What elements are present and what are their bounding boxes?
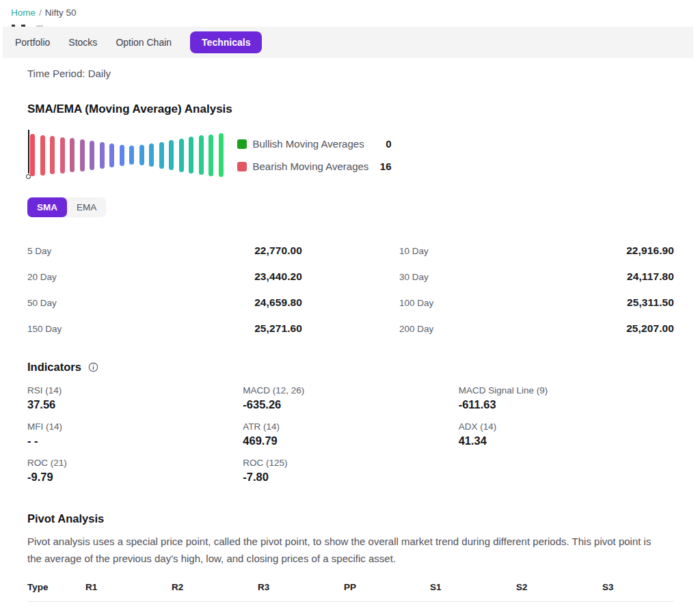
pivot-cell: 22,559.32 bbox=[344, 602, 430, 610]
breadcrumb-separator: / bbox=[39, 8, 42, 18]
pivot-description: Pivot analysis uses a special price poin… bbox=[27, 533, 660, 567]
gauge-bar bbox=[169, 140, 174, 170]
ema-toggle-button[interactable]: EMA bbox=[67, 197, 106, 217]
indicator-value: 37.56 bbox=[27, 398, 243, 411]
pivot-cell: 23,535.83 bbox=[258, 602, 344, 610]
gauge-needle bbox=[28, 130, 29, 174]
sma-toggle-button[interactable]: SMA bbox=[27, 197, 67, 217]
clipped-content-artifact bbox=[36, 25, 43, 27]
gauge-bar bbox=[30, 134, 35, 176]
ma-value: 24,117.80 bbox=[627, 271, 674, 283]
ma-row-5-day: 5 Day 22,770.00 bbox=[27, 238, 302, 264]
tab-stocks[interactable]: Stocks bbox=[68, 31, 97, 53]
pivot-header-r3: R3 bbox=[258, 582, 344, 602]
indicator-value: -7.80 bbox=[243, 471, 458, 484]
indicators-header: Indicators bbox=[27, 361, 674, 374]
pivot-header-s2: S2 bbox=[516, 582, 602, 602]
ma-value: 24,659.80 bbox=[254, 296, 302, 309]
indicator-value: -611.63 bbox=[459, 398, 674, 411]
gauge-bar bbox=[40, 135, 45, 176]
indicator-macd-signal: MACD Signal Line (9) -611.63 bbox=[459, 385, 674, 411]
indicator-mfi: MFI (14) - - bbox=[27, 421, 243, 447]
pivot-cell: Classic bbox=[27, 602, 85, 610]
indicator-value: -635.26 bbox=[243, 398, 458, 411]
indicator-rsi: RSI (14) 37.56 bbox=[27, 385, 243, 411]
ma-row-20-day: 20 Day 23,440.20 bbox=[27, 264, 302, 290]
gauge-bar bbox=[149, 143, 154, 167]
gauge-bar bbox=[80, 139, 85, 171]
pivot-row-classic: Classic 22,936.08 23,159.07 23,535.83 22… bbox=[27, 602, 674, 610]
bullish-legend-label: Bullish Moving Averages bbox=[253, 138, 373, 150]
bearish-swatch bbox=[237, 162, 247, 171]
time-period-label: Time Period: Daily bbox=[27, 68, 674, 79]
legend-row-bearish: Bearish Moving Averages 16 bbox=[237, 161, 392, 172]
bullish-swatch bbox=[237, 139, 247, 149]
gauge-bar bbox=[189, 137, 193, 174]
gauge-bar bbox=[50, 136, 55, 174]
info-icon[interactable] bbox=[88, 362, 98, 372]
clipped-content-artifact bbox=[21, 25, 25, 27]
breadcrumb-current: Nifty 50 bbox=[45, 8, 77, 18]
ma-row-30-day: 30 Day 24,117.80 bbox=[399, 264, 674, 290]
legend-row-bullish: Bullish Moving Averages 0 bbox=[237, 138, 392, 150]
gauge-bar bbox=[199, 135, 204, 175]
indicator-value: 41.34 bbox=[459, 434, 674, 447]
breadcrumb: Home/Nifty 50 bbox=[0, 0, 700, 25]
bearish-legend-label: Bearish Moving Averages bbox=[253, 161, 373, 172]
ma-label: 5 Day bbox=[27, 246, 51, 256]
bearish-count: 16 bbox=[379, 161, 392, 172]
pivot-title: Pivot Analysis bbox=[27, 512, 674, 525]
gauge-bar bbox=[100, 142, 105, 169]
tab-portfolio[interactable]: Portfolio bbox=[15, 31, 50, 53]
pivot-table: Type R1 R2 R3 PP S1 S2 S3 Classic 22,936… bbox=[27, 582, 674, 610]
indicators-grid: RSI (14) 37.56 MACD (12, 26) -635.26 MAC… bbox=[27, 385, 674, 484]
clipped-content-artifact bbox=[12, 25, 15, 27]
ma-gauge-row: Bullish Moving Averages 0 Bearish Moving… bbox=[27, 128, 674, 182]
ma-label: 30 Day bbox=[399, 272, 429, 282]
pivot-header-pp: PP bbox=[344, 582, 430, 602]
moving-average-table: 5 Day 22,770.00 10 Day 22,916.90 20 Day … bbox=[27, 238, 674, 342]
ma-label: 200 Day bbox=[399, 324, 433, 334]
gauge-bar bbox=[109, 143, 114, 167]
indicator-label: MACD (12, 26) bbox=[243, 385, 458, 396]
ma-value: 25,207.00 bbox=[626, 322, 674, 335]
pivot-header-r2: R2 bbox=[172, 582, 258, 602]
technicals-content: Time Period: Daily SMA/EMA (Moving Avera… bbox=[0, 68, 700, 610]
breadcrumb-home-link[interactable]: Home bbox=[11, 8, 36, 18]
ma-value: 22,916.90 bbox=[626, 245, 674, 257]
indicator-value: -9.79 bbox=[27, 471, 243, 484]
gauge-bar bbox=[120, 145, 124, 166]
pivot-header-row: Type R1 R2 R3 PP S1 S2 S3 bbox=[27, 582, 674, 602]
pivot-header-s1: S1 bbox=[430, 582, 516, 602]
tab-option-chain[interactable]: Option Chain bbox=[116, 31, 172, 53]
indicator-label: RSI (14) bbox=[27, 385, 243, 396]
ma-gauge-bars bbox=[30, 133, 224, 177]
tab-technicals[interactable]: Technicals bbox=[190, 31, 262, 53]
gauge-bar bbox=[129, 145, 134, 165]
indicator-label: ATR (14) bbox=[243, 421, 458, 432]
ma-legend: Bullish Moving Averages 0 Bearish Moving… bbox=[237, 138, 392, 172]
indicator-label: ROC (21) bbox=[27, 458, 243, 468]
indicator-macd: MACD (12, 26) -635.26 bbox=[243, 385, 458, 411]
indicator-value: - - bbox=[27, 434, 243, 447]
gauge-bar bbox=[219, 133, 224, 177]
ma-label: 150 Day bbox=[27, 324, 62, 334]
ma-row-100-day: 100 Day 25,311.50 bbox=[399, 290, 674, 316]
ma-label: 10 Day bbox=[399, 246, 429, 256]
pivot-cell: 21,736.58 bbox=[602, 602, 674, 610]
pivot-cell: 22,336.33 bbox=[430, 602, 516, 610]
tab-bar: Portfolio Stocks Option Chain Technicals bbox=[3, 27, 693, 58]
ma-value: 25,271.60 bbox=[254, 322, 302, 335]
ma-value: 23,440.20 bbox=[254, 271, 302, 283]
indicator-value: 469.79 bbox=[243, 434, 458, 447]
pivot-header-s3: S3 bbox=[602, 582, 674, 602]
gauge-bar bbox=[139, 145, 144, 165]
pivot-cell: 23,159.07 bbox=[172, 602, 258, 610]
indicator-label: ADX (14) bbox=[459, 421, 674, 432]
ma-label: 20 Day bbox=[27, 272, 57, 282]
ma-value: 22,770.00 bbox=[254, 245, 302, 257]
ma-row-200-day: 200 Day 25,207.00 bbox=[399, 316, 674, 342]
ma-value: 25,311.50 bbox=[627, 296, 674, 309]
indicator-empty bbox=[459, 458, 674, 484]
ma-label: 50 Day bbox=[27, 298, 57, 308]
